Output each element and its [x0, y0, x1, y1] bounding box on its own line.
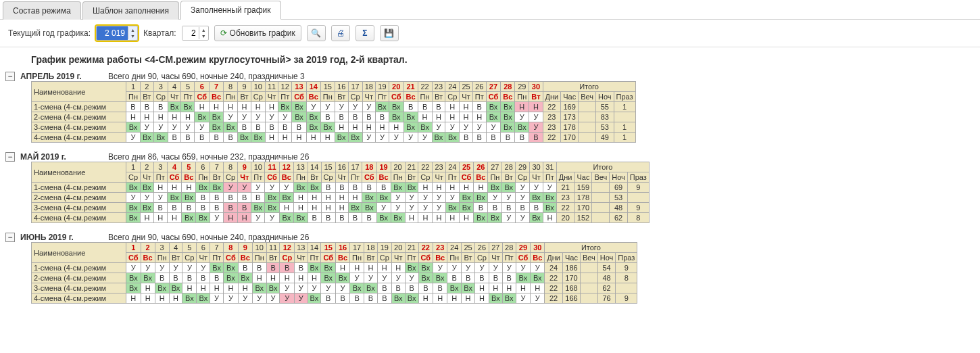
- shift-cell[interactable]: У: [210, 213, 224, 223]
- shift-cell[interactable]: Н: [418, 112, 432, 122]
- shift-cell[interactable]: Н: [362, 122, 375, 133]
- shift-cell[interactable]: Вх: [376, 213, 391, 223]
- shift-cell[interactable]: В: [238, 203, 251, 213]
- shift-cell[interactable]: В: [335, 112, 348, 122]
- shift-cell[interactable]: У: [486, 122, 501, 133]
- shift-cell[interactable]: Н: [224, 102, 238, 112]
- shift-cell[interactable]: Вх: [502, 293, 516, 304]
- shift-cell[interactable]: Н: [168, 112, 181, 122]
- shift-cell[interactable]: Н: [489, 283, 502, 293]
- shift-cell[interactable]: У: [391, 193, 405, 203]
- shift-cell[interactable]: В: [266, 263, 280, 273]
- shift-cell[interactable]: У: [141, 193, 154, 203]
- shift-cell[interactable]: Вх: [391, 293, 405, 304]
- shift-cell[interactable]: У: [348, 102, 362, 112]
- shift-cell[interactable]: У: [362, 133, 375, 143]
- shift-cell[interactable]: Вх: [155, 283, 169, 293]
- shift-cell[interactable]: Н: [335, 203, 348, 213]
- shift-cell[interactable]: Н: [350, 263, 364, 273]
- shift-cell[interactable]: Вх: [278, 102, 292, 112]
- shift-cell[interactable]: У: [502, 263, 516, 273]
- shift-cell[interactable]: Вх: [265, 203, 280, 213]
- shift-cell[interactable]: Н: [308, 273, 321, 283]
- shift-cell[interactable]: У: [224, 112, 238, 122]
- shift-cell[interactable]: У: [418, 133, 432, 143]
- shift-cell[interactable]: У: [515, 112, 529, 122]
- shift-cell[interactable]: В: [336, 293, 350, 304]
- shift-cell[interactable]: Вх: [169, 283, 182, 293]
- shift-cell[interactable]: Вх: [238, 133, 251, 143]
- shift-cell[interactable]: В: [516, 203, 530, 213]
- shift-cell[interactable]: В: [502, 203, 516, 213]
- shift-cell[interactable]: У: [126, 193, 141, 203]
- shift-cell[interactable]: Вх: [182, 213, 196, 223]
- shift-cell[interactable]: У: [295, 283, 308, 293]
- shift-cell[interactable]: Н: [238, 213, 251, 223]
- shift-cell[interactable]: Н: [459, 213, 474, 223]
- shift-cell[interactable]: Вх: [445, 133, 460, 143]
- shift-cell[interactable]: Н: [418, 293, 433, 304]
- shift-cell[interactable]: В: [462, 273, 475, 283]
- shift-cell[interactable]: У: [336, 283, 350, 293]
- shift-cell[interactable]: Вх: [364, 283, 378, 293]
- shift-cell[interactable]: Н: [238, 283, 252, 293]
- shift-cell[interactable]: У: [153, 122, 168, 133]
- shift-cell[interactable]: У: [195, 122, 210, 133]
- shift-cell[interactable]: Н: [126, 112, 141, 122]
- shift-cell[interactable]: Вх: [224, 273, 239, 283]
- tree-toggle[interactable]: −: [5, 72, 15, 81]
- shift-cell[interactable]: У: [251, 112, 265, 122]
- shift-cell[interactable]: Вх: [252, 283, 266, 293]
- shift-cell[interactable]: Вх: [195, 112, 210, 122]
- shift-cell[interactable]: В: [181, 133, 195, 143]
- shift-cell[interactable]: Вх: [168, 102, 181, 112]
- shift-cell[interactable]: Вх: [182, 193, 196, 203]
- shift-cell[interactable]: У: [251, 213, 265, 223]
- shift-cell[interactable]: Вх: [486, 102, 501, 112]
- shift-cell[interactable]: В: [349, 183, 362, 193]
- shift-cell[interactable]: Вх: [501, 102, 515, 112]
- shift-cell[interactable]: У: [169, 263, 182, 273]
- shift-cell[interactable]: Вх: [238, 273, 252, 283]
- shift-cell[interactable]: У: [447, 263, 462, 273]
- shift-cell[interactable]: Н: [251, 102, 265, 112]
- shift-cell[interactable]: В: [126, 102, 141, 112]
- shift-cell[interactable]: У: [531, 293, 545, 304]
- shift-cell[interactable]: У: [279, 183, 293, 193]
- shift-cell[interactable]: У: [460, 122, 472, 133]
- shift-cell[interactable]: Вх: [489, 293, 502, 304]
- shift-cell[interactable]: В: [376, 183, 391, 193]
- shift-cell[interactable]: Вх: [126, 273, 141, 283]
- shift-cell[interactable]: Н: [462, 293, 475, 304]
- shift-cell[interactable]: У: [433, 193, 445, 203]
- shift-cell[interactable]: У: [224, 293, 239, 304]
- shift-cell[interactable]: Н: [295, 273, 308, 283]
- shift-cell[interactable]: У: [140, 122, 153, 133]
- year-down[interactable]: ▼: [128, 33, 137, 39]
- shift-cell[interactable]: У: [472, 122, 486, 133]
- shift-cell[interactable]: Н: [474, 283, 489, 293]
- shift-cell[interactable]: У: [433, 203, 445, 213]
- shift-cell[interactable]: Вх: [167, 193, 182, 203]
- shift-cell[interactable]: Н: [279, 203, 293, 213]
- shift-cell[interactable]: Н: [474, 293, 489, 304]
- shift-cell[interactable]: Вх: [459, 203, 474, 213]
- shift-cell[interactable]: Н: [445, 102, 460, 112]
- shift-cell[interactable]: У: [280, 283, 295, 293]
- shift-cell[interactable]: Вх: [306, 112, 320, 122]
- shift-cell[interactable]: Вх: [530, 213, 543, 223]
- shift-cell[interactable]: В: [460, 133, 472, 143]
- shift-cell[interactable]: Н: [278, 133, 292, 143]
- shift-cell[interactable]: Вх: [418, 263, 433, 273]
- shift-cell[interactable]: Вх: [418, 122, 432, 133]
- shift-cell[interactable]: Н: [349, 193, 362, 203]
- shift-cell[interactable]: Н: [280, 273, 295, 283]
- shift-cell[interactable]: Н: [460, 112, 472, 122]
- shift-cell[interactable]: Вх: [459, 193, 474, 203]
- shift-cell[interactable]: В: [502, 273, 516, 283]
- shift-cell[interactable]: В: [349, 213, 362, 223]
- shift-cell[interactable]: Вх: [543, 203, 556, 213]
- shift-cell[interactable]: Н: [265, 102, 278, 112]
- shift-cell[interactable]: Н: [306, 133, 320, 143]
- shift-cell[interactable]: У: [502, 213, 516, 223]
